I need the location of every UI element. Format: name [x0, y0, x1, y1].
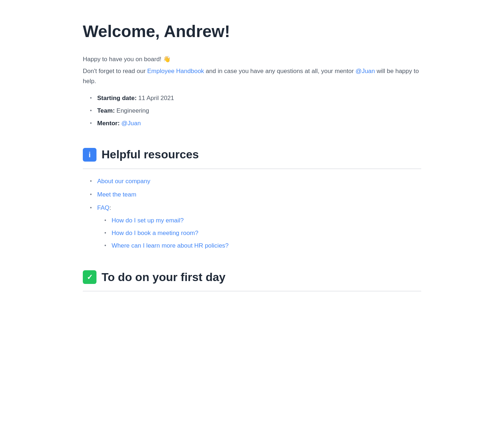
page-container: Welcome, Andrew! Happy to have you on bo…: [54, 0, 450, 323]
intro-greeting: Happy to have you on board! 👋: [83, 56, 171, 63]
employee-handbook-link[interactable]: Employee Handbook: [147, 68, 204, 74]
todo-first-day-title: To do on your first day: [102, 268, 225, 286]
faq-email-link[interactable]: How do I set up my email?: [112, 217, 184, 224]
team-value: Engineering: [117, 107, 149, 114]
faq-item-hr-policies: Where can I learn more about HR policies…: [104, 241, 421, 250]
helpful-resources-section: i Helpful resources About our company Me…: [83, 145, 421, 250]
todo-first-day-section: ✓ To do on your first day: [83, 268, 421, 291]
detail-starting-date: Starting date: 11 April 2021: [90, 93, 421, 103]
resource-meet-team: Meet the team: [90, 190, 421, 199]
detail-mentor: Mentor: @Juan: [90, 118, 421, 128]
todo-first-day-header: ✓ To do on your first day: [83, 268, 421, 291]
starting-date-value: 11 April 2021: [138, 95, 174, 101]
team-label: Team:: [97, 107, 115, 114]
faq-colon: :: [109, 204, 111, 211]
meet-team-link[interactable]: Meet the team: [97, 191, 136, 198]
about-company-link[interactable]: About our company: [97, 178, 150, 185]
resource-faq: FAQ: How do I set up my email? How do I …: [90, 203, 421, 251]
resources-list: About our company Meet the team FAQ: How…: [90, 176, 421, 251]
resource-about-company: About our company: [90, 176, 421, 186]
page-title: Welcome, Andrew!: [83, 22, 421, 41]
intro-after-link: and in case you have any questions at al…: [204, 68, 356, 74]
intro-line1: Happy to have you on board! 👋: [83, 54, 421, 64]
detail-team: Team: Engineering: [90, 106, 421, 116]
faq-meeting-room-link[interactable]: How do I book a meeting room?: [112, 230, 198, 236]
faq-item-meeting-room: How do I book a meeting room?: [104, 228, 421, 238]
faq-sub-list: How do I set up my email? How do I book …: [104, 216, 421, 251]
mentor-label: Mentor:: [97, 120, 120, 127]
mentor-inline-link[interactable]: @Juan: [355, 68, 375, 74]
info-icon: i: [89, 149, 91, 161]
mentor-link[interactable]: @Juan: [121, 120, 141, 127]
faq-hr-policies-link[interactable]: Where can I learn more about HR policies…: [112, 242, 229, 249]
helpful-resources-icon: i: [83, 148, 96, 162]
intro-before-link: Don't forget to read our: [83, 68, 147, 74]
helpful-resources-title: Helpful resources: [102, 145, 199, 164]
intro-line2: Don't forget to read our Employee Handbo…: [83, 66, 421, 86]
todo-first-day-icon: ✓: [83, 270, 96, 284]
details-list: Starting date: 11 April 2021 Team: Engin…: [90, 93, 421, 128]
starting-date-label: Starting date:: [97, 95, 137, 101]
checkmark-icon: ✓: [87, 271, 93, 283]
faq-link[interactable]: FAQ: [97, 204, 109, 211]
faq-item-email: How do I set up my email?: [104, 216, 421, 225]
helpful-resources-header: i Helpful resources: [83, 145, 421, 169]
